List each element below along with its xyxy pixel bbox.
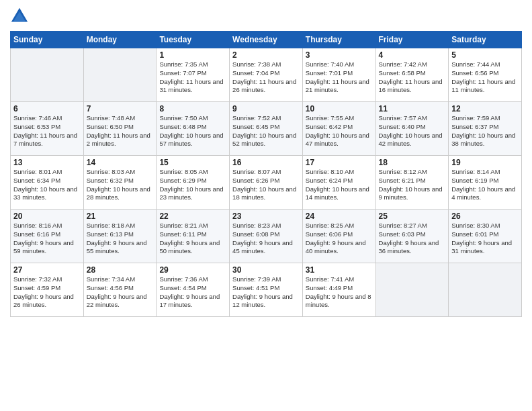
day-info: Sunrise: 7:44 AM Sunset: 6:56 PM Dayligh… [451,60,519,95]
day-info: Sunrise: 7:32 AM Sunset: 4:59 PM Dayligh… [13,275,81,310]
calendar-cell: 10Sunrise: 7:55 AM Sunset: 6:42 PM Dayli… [302,102,375,156]
day-number: 13 [13,158,81,167]
calendar-cell: 21Sunrise: 8:18 AM Sunset: 6:13 PM Dayli… [83,210,157,263]
day-number: 17 [306,158,373,167]
day-info: Sunrise: 8:12 AM Sunset: 6:21 PM Dayligh… [379,168,446,202]
day-info: Sunrise: 7:36 AM Sunset: 4:54 PM Dayligh… [159,275,226,310]
calendar-cell: 22Sunrise: 8:21 AM Sunset: 6:11 PM Dayli… [157,210,230,263]
day-number: 29 [159,265,226,275]
day-number: 26 [451,212,519,221]
day-info: Sunrise: 7:38 AM Sunset: 7:04 PM Dayligh… [232,60,300,95]
calendar-cell [449,263,522,317]
weekday-header-friday: Friday [375,32,449,48]
day-number: 30 [232,265,300,275]
weekday-header-monday: Monday [83,32,157,48]
day-number: 22 [159,212,226,221]
day-number: 23 [232,212,300,221]
day-info: Sunrise: 7:55 AM Sunset: 6:42 PM Dayligh… [306,114,373,148]
weekday-header-saturday: Saturday [449,32,522,48]
day-info: Sunrise: 7:59 AM Sunset: 6:37 PM Dayligh… [451,114,519,148]
day-number: 9 [232,104,300,113]
day-info: Sunrise: 8:27 AM Sunset: 6:03 PM Dayligh… [379,222,446,256]
day-number: 10 [306,104,373,113]
calendar-cell: 11Sunrise: 7:57 AM Sunset: 6:40 PM Dayli… [375,102,449,156]
calendar-cell: 20Sunrise: 8:16 AM Sunset: 6:16 PM Dayli… [11,210,84,263]
day-info: Sunrise: 7:41 AM Sunset: 4:49 PM Dayligh… [306,275,373,310]
day-number: 15 [159,158,226,167]
day-number: 27 [13,265,81,275]
day-number: 24 [306,212,373,221]
day-info: Sunrise: 7:52 AM Sunset: 6:45 PM Dayligh… [232,114,300,148]
calendar-cell: 31Sunrise: 7:41 AM Sunset: 4:49 PM Dayli… [302,263,375,317]
weekday-header-wednesday: Wednesday [230,32,303,48]
day-info: Sunrise: 8:03 AM Sunset: 6:32 PM Dayligh… [87,168,154,202]
day-number: 12 [451,104,519,113]
calendar-cell [83,48,157,102]
day-info: Sunrise: 8:23 AM Sunset: 6:08 PM Dayligh… [232,222,300,256]
calendar-cell: 3Sunrise: 7:40 AM Sunset: 7:01 PM Daylig… [302,48,375,102]
day-number: 19 [451,158,519,167]
day-info: Sunrise: 7:39 AM Sunset: 4:51 PM Dayligh… [232,275,300,310]
calendar-cell: 24Sunrise: 8:25 AM Sunset: 6:06 PM Dayli… [302,210,375,263]
calendar-cell: 17Sunrise: 8:10 AM Sunset: 6:24 PM Dayli… [302,156,375,210]
day-info: Sunrise: 8:16 AM Sunset: 6:16 PM Dayligh… [13,222,81,256]
calendar-cell: 14Sunrise: 8:03 AM Sunset: 6:32 PM Dayli… [83,156,157,210]
calendar-cell: 6Sunrise: 7:46 AM Sunset: 6:53 PM Daylig… [11,102,84,156]
logo [10,7,32,26]
day-info: Sunrise: 8:14 AM Sunset: 6:19 PM Dayligh… [451,168,519,202]
day-info: Sunrise: 7:40 AM Sunset: 7:01 PM Dayligh… [306,60,373,95]
day-number: 5 [451,50,519,60]
calendar-cell: 25Sunrise: 8:27 AM Sunset: 6:03 PM Dayli… [375,210,449,263]
day-info: Sunrise: 8:05 AM Sunset: 6:29 PM Dayligh… [159,168,226,202]
calendar-cell: 9Sunrise: 7:52 AM Sunset: 6:45 PM Daylig… [230,102,303,156]
day-number: 14 [87,158,154,167]
calendar-cell: 19Sunrise: 8:14 AM Sunset: 6:19 PM Dayli… [449,156,522,210]
day-info: Sunrise: 7:35 AM Sunset: 7:07 PM Dayligh… [159,60,226,95]
day-number: 20 [13,212,81,221]
weekday-header-tuesday: Tuesday [157,32,230,48]
calendar-cell: 7Sunrise: 7:48 AM Sunset: 6:50 PM Daylig… [83,102,157,156]
day-info: Sunrise: 7:42 AM Sunset: 6:58 PM Dayligh… [379,60,446,95]
logo-icon [10,7,29,26]
day-number: 25 [379,212,446,221]
calendar-cell: 27Sunrise: 7:32 AM Sunset: 4:59 PM Dayli… [11,263,84,317]
day-number: 31 [306,265,373,275]
calendar-table: SundayMondayTuesdayWednesdayThursdayFrid… [10,31,522,317]
calendar-cell: 18Sunrise: 8:12 AM Sunset: 6:21 PM Dayli… [375,156,449,210]
calendar-cell: 8Sunrise: 7:50 AM Sunset: 6:48 PM Daylig… [157,102,230,156]
day-info: Sunrise: 8:10 AM Sunset: 6:24 PM Dayligh… [306,168,373,202]
day-number: 16 [232,158,300,167]
day-info: Sunrise: 8:01 AM Sunset: 6:34 PM Dayligh… [13,168,81,202]
day-number: 7 [87,104,154,113]
day-number: 18 [379,158,446,167]
calendar-cell [11,48,84,102]
day-number: 1 [159,50,226,60]
day-number: 28 [87,265,154,275]
day-info: Sunrise: 7:50 AM Sunset: 6:48 PM Dayligh… [159,114,226,148]
calendar-cell: 29Sunrise: 7:36 AM Sunset: 4:54 PM Dayli… [157,263,230,317]
day-info: Sunrise: 8:18 AM Sunset: 6:13 PM Dayligh… [87,222,154,256]
calendar-cell: 26Sunrise: 8:30 AM Sunset: 6:01 PM Dayli… [449,210,522,263]
calendar-cell: 1Sunrise: 7:35 AM Sunset: 7:07 PM Daylig… [157,48,230,102]
day-info: Sunrise: 7:57 AM Sunset: 6:40 PM Dayligh… [379,114,446,148]
calendar-cell: 4Sunrise: 7:42 AM Sunset: 6:58 PM Daylig… [375,48,449,102]
day-info: Sunrise: 7:46 AM Sunset: 6:53 PM Dayligh… [13,114,81,148]
day-info: Sunrise: 7:34 AM Sunset: 4:56 PM Dayligh… [87,275,154,310]
day-info: Sunrise: 8:25 AM Sunset: 6:06 PM Dayligh… [306,222,373,256]
calendar-cell [375,263,449,317]
day-number: 21 [87,212,154,221]
calendar-cell: 5Sunrise: 7:44 AM Sunset: 6:56 PM Daylig… [449,48,522,102]
weekday-header-sunday: Sunday [11,32,84,48]
calendar-cell: 28Sunrise: 7:34 AM Sunset: 4:56 PM Dayli… [83,263,157,317]
day-info: Sunrise: 7:48 AM Sunset: 6:50 PM Dayligh… [87,114,154,148]
weekday-header-thursday: Thursday [302,32,375,48]
calendar-cell: 12Sunrise: 7:59 AM Sunset: 6:37 PM Dayli… [449,102,522,156]
day-number: 8 [159,104,226,113]
day-number: 4 [379,50,446,60]
day-info: Sunrise: 8:07 AM Sunset: 6:26 PM Dayligh… [232,168,300,202]
day-number: 3 [306,50,373,60]
day-number: 2 [232,50,300,60]
calendar-cell: 15Sunrise: 8:05 AM Sunset: 6:29 PM Dayli… [157,156,230,210]
calendar-cell: 13Sunrise: 8:01 AM Sunset: 6:34 PM Dayli… [11,156,84,210]
calendar-cell: 23Sunrise: 8:23 AM Sunset: 6:08 PM Dayli… [230,210,303,263]
